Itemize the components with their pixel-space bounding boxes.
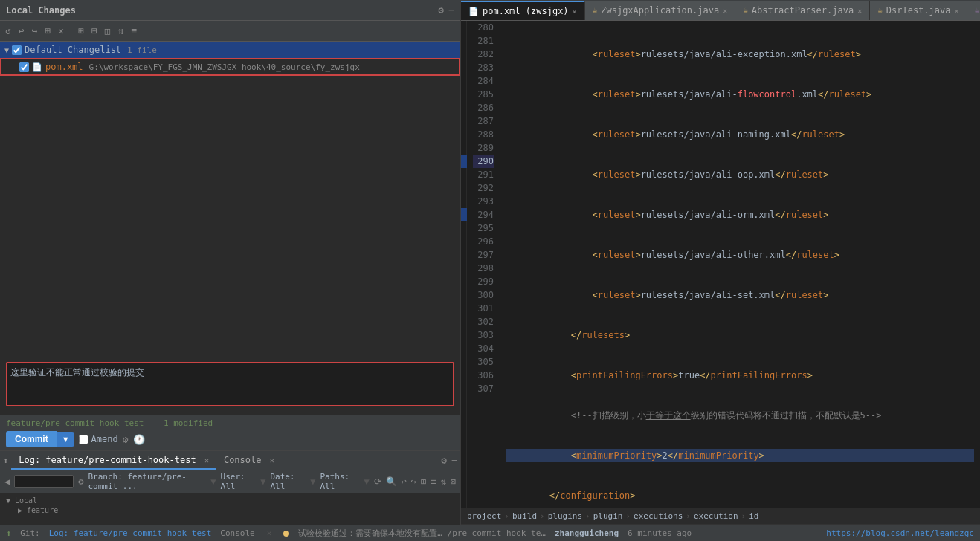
amend-label[interactable]: Amend (79, 434, 118, 444)
code-286: <ruleset>rulesets/java/ali-set.xml</rule… (506, 288, 974, 302)
gutter-287 (461, 114, 467, 128)
branch-filter[interactable]: Branch: feature/pre-commit-... (88, 472, 206, 491)
bc-sep-4: › (625, 511, 631, 521)
code-280: <ruleset>rulesets/java/ali-exception.xml… (506, 48, 974, 61)
log-expand-icon[interactable]: ⇅ (441, 476, 446, 487)
tab-abstract-parser[interactable]: ☕ AbstractParser.java ✕ (735, 1, 870, 20)
breadcrumb-project[interactable]: project (467, 511, 501, 521)
code-content[interactable]: <ruleset>rulesets/java/ali-exception.xml… (500, 21, 980, 508)
view-icon[interactable]: ◫ (103, 24, 113, 38)
tab-dsr-test[interactable]: ☕ DsrTest.java ✕ (870, 1, 967, 20)
tab-query-para[interactable]: ☕ QueryPara... ✕ (967, 1, 980, 20)
date-filter[interactable]: Date: All (271, 472, 306, 491)
sort-icon[interactable]: ≡ (129, 24, 139, 38)
gutter-307 (461, 382, 467, 395)
file-checkbox[interactable] (19, 62, 29, 72)
new-changelist-icon[interactable]: ⊞ (42, 24, 53, 38)
modified-count: 1 modified (164, 418, 213, 428)
diff-icon[interactable]: ⊟ (89, 24, 100, 38)
file-item-pom[interactable]: 📄 pom.xml G:\workspace\FY_FGS_JMN_ZWSJGX… (0, 58, 460, 76)
tab-console-close[interactable]: ✕ (270, 456, 274, 464)
paths-filter[interactable]: Paths: All (320, 472, 359, 491)
changelist-label: Default Changelist (25, 45, 121, 55)
tab-zwsjgx-close[interactable]: ✕ (723, 7, 727, 15)
commit-message-area: 这里验证不能正常通过校验的提交 (0, 356, 460, 415)
user-filter[interactable]: User: All (221, 472, 257, 491)
ln-297: 297 (473, 248, 494, 262)
tab-zwsjgx-app[interactable]: ☕ ZwsjgxApplication.java ✕ (585, 1, 736, 20)
log-list-icon[interactable]: ≡ (431, 476, 436, 487)
xml-file-icon: 📄 (32, 62, 42, 72)
gutter-285 (461, 88, 467, 101)
tab-abstract-close[interactable]: ✕ (857, 7, 862, 15)
git-log-search-input[interactable] (14, 475, 74, 488)
tab-java-icon-4: ☕ (975, 6, 980, 16)
commit-history-icon[interactable]: 🕐 (133, 434, 145, 445)
group-icon[interactable]: ⊞ (76, 24, 86, 38)
search-prev-icon[interactable]: ◀ (4, 476, 10, 487)
tab-log-close[interactable]: ✕ (204, 456, 209, 464)
log-redo-icon[interactable]: ↪ (411, 476, 416, 487)
gutter-295 (461, 221, 467, 235)
breadcrumb-build[interactable]: build (512, 511, 537, 521)
gear-icon[interactable]: ⚙ (438, 4, 444, 16)
right-editor: 📄 pom.xml (zwsjgx) ✕ ☕ ZwsjgxApplication… (461, 0, 980, 525)
tab-console[interactable]: Console ✕ (216, 452, 282, 470)
amend-checkbox[interactable] (79, 435, 88, 444)
delete-icon[interactable]: ✕ (56, 24, 66, 38)
bottom-console-tab[interactable]: Console (220, 528, 254, 538)
tab-pom-label: pom.xml (zwsjgx) (483, 6, 569, 16)
refresh-log-icon[interactable]: ⟳ (374, 476, 381, 487)
log-sort-icon[interactable]: ⊠ (451, 476, 456, 487)
blog-link[interactable]: https://blog.csdn.net/leandzgc (826, 528, 974, 538)
commit-settings-icon[interactable]: ⚙ (123, 434, 129, 445)
breadcrumb-id[interactable]: id (749, 511, 758, 521)
log-grid-icon[interactable]: ⊞ (421, 476, 426, 487)
breadcrumb-plugin[interactable]: plugin (593, 511, 623, 521)
log-settings-icon[interactable]: ⚙ (441, 455, 447, 466)
breadcrumb-executions[interactable]: executions (634, 511, 683, 521)
editor-gutter (461, 21, 467, 508)
commit-message-input[interactable]: 这里验证不能正常通过校验的提交 (6, 362, 454, 406)
tab-dsr-close[interactable]: ✕ (955, 7, 959, 15)
expand-icon[interactable]: ⇅ (116, 24, 126, 38)
ln-282: 282 (473, 48, 494, 61)
log-undo-icon[interactable]: ↩ (402, 476, 407, 487)
changelist-checkbox[interactable] (12, 45, 22, 55)
ln-286: 286 (473, 101, 494, 114)
tab-log[interactable]: Log: feature/pre-commit-hook-test ✕ (11, 452, 216, 470)
gutter-298 (461, 262, 467, 275)
amend-text: Amend (91, 434, 118, 444)
refresh-icon[interactable]: ↺ (3, 24, 13, 38)
gutter-299 (461, 275, 467, 288)
breadcrumb-plugins[interactable]: plugins (548, 511, 582, 521)
bottom-commit-info: 试验校验通过：需要确保本地没有配置… /pre-commit-hook-te… (298, 528, 546, 539)
minimize-icon[interactable]: − (448, 4, 454, 16)
tab-pom-close[interactable]: ✕ (573, 7, 577, 16)
changelist-count: 1 file (127, 45, 157, 55)
git-commit-entry: ▼ Local (6, 496, 454, 505)
log-minimize-icon[interactable]: − (451, 455, 457, 466)
move-icon[interactable]: ↪ (30, 24, 40, 38)
changelist-header[interactable]: ▼ Default Changelist 1 file (0, 42, 460, 58)
gutter-286 (461, 101, 467, 114)
breadcrumb-execution[interactable]: execution (694, 511, 738, 521)
code-290: <minimumPriority>2</minimumPriority> (506, 449, 974, 462)
log-search-icon[interactable]: 🔍 (386, 476, 397, 487)
tab-pom-xml[interactable]: 📄 pom.xml (zwsjgx) ✕ (461, 1, 585, 20)
changelist-area: ▼ Default Changelist 1 file 📄 pom.xml G:… (0, 42, 460, 356)
branch-info: feature/pre-commit-hook-test 1 modified (6, 418, 454, 428)
bc-sep-1: › (504, 511, 509, 521)
log-gear-icon[interactable]: ⚙ (78, 476, 83, 487)
gutter-300 (461, 288, 467, 302)
bottom-log-tab[interactable]: Log: feature/pre-commit-hook-test (49, 528, 212, 538)
commit-dropdown-button[interactable]: ▼ (57, 432, 74, 447)
rollback-icon[interactable]: ↩ (16, 24, 27, 38)
line-numbers: 280 281 282 283 284 285 286 287 288 289 … (467, 21, 500, 508)
gutter-297 (461, 248, 467, 262)
commit-button[interactable]: Commit (6, 431, 57, 447)
editor-content[interactable]: 280 281 282 283 284 285 286 287 288 289 … (461, 21, 980, 508)
ln-291: 291 (473, 168, 494, 181)
tab-log-label: Log: feature/pre-commit-hook-test (19, 455, 196, 465)
ln-280: 280 (473, 21, 494, 34)
